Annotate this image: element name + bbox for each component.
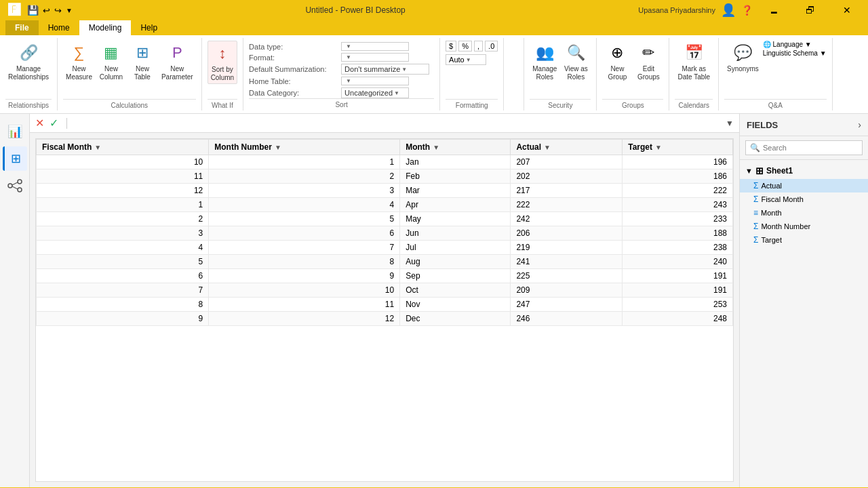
table-row[interactable]: 14Apr222243 [37,198,733,212]
groups-group-label: Groups [602,99,663,110]
cell-actual: 247 [511,298,623,312]
manage-relationships-button[interactable]: 🔗 ManageRelationships [5,41,52,83]
linguistic-schema-label[interactable]: Linguistic Schema ▼ [763,49,827,57]
fields-search-box[interactable]: 🔍 [745,140,863,155]
table-row[interactable]: 47Jul219238 [37,241,733,255]
cell-target: 243 [623,198,733,212]
percent-btn[interactable]: % [458,41,472,52]
new-measure-button[interactable]: ∑ NewMeasure [63,41,95,83]
sort-target-icon: ▼ [655,144,662,151]
synonyms-button[interactable]: 💬 Synonyms [724,41,762,75]
calculations-group-label: Calculations [63,99,196,110]
new-parameter-icon: P [166,42,188,64]
data-table-area[interactable]: Fiscal Month ▼ Month Number ▼ [35,138,734,482]
tree-item-month-number-label: Month Number [761,222,810,230]
data-category-dropdown[interactable]: Uncategorized ▼ [341,87,409,98]
table-row[interactable]: 25May242233 [37,212,733,226]
new-column-button[interactable]: ▦ NewColumn [96,41,126,83]
cell-target: 233 [623,212,733,226]
col-header-actual[interactable]: Actual ▼ [511,140,623,155]
table-row[interactable]: 710Oct209191 [37,283,733,298]
tree-item-target-label: Target [761,236,782,244]
sort-by-column-button[interactable]: ↕ Sort byColumn [208,41,237,84]
formula-cancel-icon[interactable]: ✕ [35,117,44,129]
formula-bar: ✕ ✓ ▼ [30,114,739,133]
sort-by-column-icon: ↕ [212,43,233,64]
default-sum-dropdown[interactable]: Don't summarize ▼ [341,64,429,75]
datatype-dropdown[interactable]: ▼ [341,42,409,51]
format-dropdown[interactable]: ▼ [341,53,409,62]
sidebar-item-data[interactable]: ⊞ [3,146,27,171]
table-row[interactable]: 912Dec246248 [37,312,733,326]
edit-groups-button[interactable]: ✏ EditGroups [633,41,663,83]
cell-month: Jul [400,241,511,255]
tree-item-target-sigma-icon: Σ [753,235,758,245]
tab-file[interactable]: File [5,20,39,35]
cell-actual: 241 [511,255,623,269]
svg-line-4 [12,186,18,189]
table-row[interactable]: 69Sep225191 [37,269,733,283]
cell-month: Aug [400,255,511,269]
table-row[interactable]: 123Mar217222 [37,184,733,198]
tree-item-fiscal-month[interactable]: Σ Fiscal Month [740,192,868,206]
currency-btn[interactable]: $ [446,41,456,52]
table-row[interactable]: 58Aug241240 [37,255,733,269]
quick-access-arrow[interactable]: ▼ [66,7,73,14]
formula-input[interactable] [81,117,720,129]
col-header-target[interactable]: Target ▼ [623,140,733,155]
tab-help[interactable]: Help [131,20,167,35]
tree-item-month[interactable]: ≡ Month [740,206,868,220]
table-row[interactable]: 36Jun206188 [37,226,733,241]
comma-btn[interactable]: , [474,41,483,52]
close-btn[interactable]: ✕ [831,0,863,20]
tree-item-fiscal-month-label: Fiscal Month [761,195,803,203]
tree-item-actual[interactable]: Σ Actual [740,179,868,192]
tree-item-target[interactable]: Σ Target [740,233,868,247]
home-table-row: Home Table: ▼ [249,77,434,85]
default-sum-row: Default Summarization: Don't summarize ▼ [249,64,434,75]
formula-confirm-icon[interactable]: ✓ [50,117,58,129]
restore-btn[interactable]: 🗗 [795,0,826,20]
quick-save[interactable]: 💾 [27,5,39,16]
language-label: 🌐 Language ▼ [763,41,827,48]
new-table-button[interactable]: ⊞ NewTable [127,41,157,83]
left-sidebar: 📊 ⊞ [0,114,30,487]
sidebar-item-model[interactable] [3,174,27,198]
ribbon-content: 🔗 ManageRelationships Relationships ∑ Ne… [0,35,868,113]
col-header-month-number[interactable]: Month Number ▼ [209,140,400,155]
fields-search-input[interactable] [763,144,858,152]
manage-roles-button[interactable]: 👥 ManageRoles [530,41,559,83]
mark-as-date-table-button[interactable]: 📅 Mark asDate Table [675,41,713,83]
redo-btn[interactable]: ↪ [54,5,62,16]
undo-btn[interactable]: ↩ [43,5,50,16]
search-icon: 🔍 [750,143,760,152]
home-table-dropdown[interactable]: ▼ [341,77,409,85]
tab-home[interactable]: Home [39,20,79,35]
help-icon[interactable]: ❓ [741,5,753,16]
view-as-roles-button[interactable]: 🔍 View asRoles [561,41,591,83]
new-group-button[interactable]: ⊕ NewGroup [602,41,632,83]
increase-decimal-btn[interactable]: .0 [485,41,498,52]
table-row[interactable]: 811Nov247253 [37,298,733,312]
tree-table-icon: ⊞ [755,165,764,176]
table-row[interactable]: 112Feb202186 [37,169,733,184]
fields-expand-icon[interactable]: › [858,119,861,130]
tab-modeling[interactable]: Modeling [79,20,132,35]
minimize-btn[interactable]: 🗕 [758,0,789,20]
tree-item-month-number[interactable]: Σ Month Number [740,220,868,233]
tree-table-sheet1[interactable]: ▼ ⊞ Sheet1 [740,163,868,179]
cell-actual: 206 [511,226,623,241]
new-parameter-button[interactable]: P NewParameter [159,41,196,83]
col-header-fiscal-month[interactable]: Fiscal Month ▼ [37,140,209,155]
formula-dropdown-icon[interactable]: ▼ [726,119,734,128]
sidebar-item-report[interactable]: 📊 [3,119,27,144]
manage-roles-icon: 👥 [534,42,555,64]
cell-month_number: 2 [209,169,400,184]
auto-format-dropdown[interactable]: Auto ▼ [446,54,486,65]
cell-actual: 219 [511,241,623,255]
cell-target: 240 [623,255,733,269]
col-header-month[interactable]: Month ▼ [400,140,511,155]
table-row[interactable]: 101Jan207196 [37,155,733,169]
cell-month_number: 7 [209,241,400,255]
datatype-row: Data type: ▼ [249,42,434,51]
